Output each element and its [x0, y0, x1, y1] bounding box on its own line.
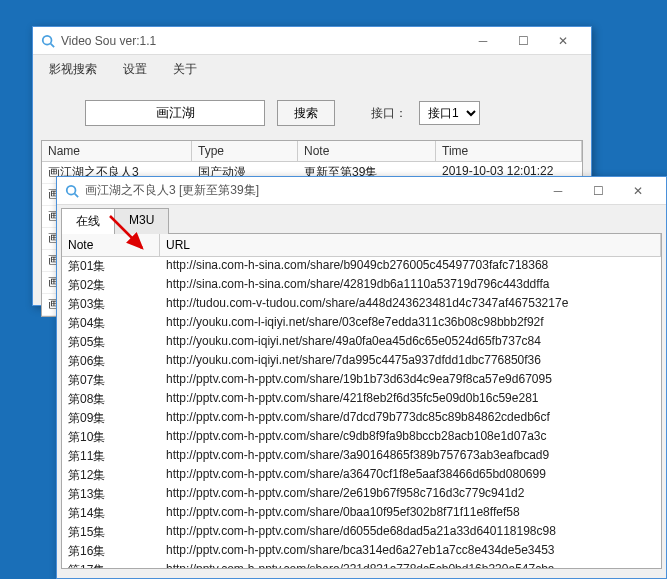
svg-line-1 — [51, 43, 55, 47]
list-item[interactable]: 第01集http://sina.com-h-sina.com/share/b90… — [62, 257, 661, 276]
list-item[interactable]: 第12集http://pptv.com-h-pptv.com/share/a36… — [62, 466, 661, 485]
cell-ep-url: http://pptv.com-h-pptv.com/share/19b1b73… — [160, 371, 661, 390]
col-note[interactable]: Note — [298, 141, 436, 161]
svg-line-4 — [75, 193, 79, 197]
interface-label: 接口： — [371, 105, 407, 122]
cell-ep-url: http://sina.com-h-sina.com/share/b9049cb… — [160, 257, 661, 276]
tab-m3u[interactable]: M3U — [114, 208, 169, 234]
episode-list[interactable]: Note URL 第01集http://sina.com-h-sina.com/… — [61, 233, 662, 569]
menu-settings[interactable]: 设置 — [111, 57, 159, 82]
main-titlebar[interactable]: Video Sou ver:1.1 ─ ☐ ✕ — [33, 27, 591, 55]
svg-point-3 — [67, 185, 76, 194]
maximize-button[interactable]: ☐ — [503, 28, 543, 54]
cell-ep-url: http://pptv.com-h-pptv.com/share/421f8eb… — [160, 390, 661, 409]
list-item[interactable]: 第09集http://pptv.com-h-pptv.com/share/d7d… — [62, 409, 661, 428]
col-name[interactable]: Name — [42, 141, 192, 161]
cell-ep-note: 第14集 — [62, 504, 160, 523]
close-button[interactable]: ✕ — [543, 28, 583, 54]
cell-ep-url: http://pptv.com-h-pptv.com/share/3a90164… — [160, 447, 661, 466]
col-ep-note[interactable]: Note — [62, 234, 160, 256]
cell-ep-note: 第09集 — [62, 409, 160, 428]
list-item[interactable]: 第10集http://pptv.com-h-pptv.com/share/c9d… — [62, 428, 661, 447]
cell-ep-url: http://sina.com-h-sina.com/share/42819db… — [160, 276, 661, 295]
cell-ep-note: 第10集 — [62, 428, 160, 447]
list-item[interactable]: 第15集http://pptv.com-h-pptv.com/share/d60… — [62, 523, 661, 542]
cell-ep-note: 第05集 — [62, 333, 160, 352]
menu-about[interactable]: 关于 — [161, 57, 209, 82]
tab-online[interactable]: 在线 — [61, 208, 115, 234]
svg-point-0 — [43, 35, 52, 44]
cell-ep-url: http://pptv.com-h-pptv.com/share/2e619b6… — [160, 485, 661, 504]
cell-ep-url: http://youku.com-iqiyi.net/share/49a0fa0… — [160, 333, 661, 352]
cell-ep-note: 第16集 — [62, 542, 160, 561]
list-item[interactable]: 第11集http://pptv.com-h-pptv.com/share/3a9… — [62, 447, 661, 466]
list-item[interactable]: 第05集http://youku.com-iqiyi.net/share/49a… — [62, 333, 661, 352]
cell-ep-note: 第06集 — [62, 352, 160, 371]
cell-ep-note: 第02集 — [62, 276, 160, 295]
list-item[interactable]: 第03集http://tudou.com-v-tudou.com/share/a… — [62, 295, 661, 314]
search-area: 搜索 接口： 接口1 — [33, 84, 591, 136]
cell-ep-url: http://pptv.com-h-pptv.com/share/231d831… — [160, 561, 661, 569]
search-button[interactable]: 搜索 — [277, 100, 335, 126]
cell-ep-url: http://youku.com-iqiyi.net/share/7da995c… — [160, 352, 661, 371]
list-item[interactable]: 第14集http://pptv.com-h-pptv.com/share/0ba… — [62, 504, 661, 523]
cell-ep-note: 第13集 — [62, 485, 160, 504]
cell-ep-url: http://pptv.com-h-pptv.com/share/0baa10f… — [160, 504, 661, 523]
col-ep-url[interactable]: URL — [160, 234, 661, 256]
cell-ep-note: 第07集 — [62, 371, 160, 390]
list-item[interactable]: 第07集http://pptv.com-h-pptv.com/share/19b… — [62, 371, 661, 390]
tabs: 在线 M3U — [57, 205, 666, 233]
app-icon — [41, 34, 55, 48]
child-title: 画江湖之不良人3 [更新至第39集] — [85, 182, 538, 199]
list-item[interactable]: 第16集http://pptv.com-h-pptv.com/share/bca… — [62, 542, 661, 561]
app-icon — [65, 184, 79, 198]
cell-ep-url: http://pptv.com-h-pptv.com/share/bca314e… — [160, 542, 661, 561]
cell-ep-url: http://pptv.com-h-pptv.com/share/c9db8f9… — [160, 428, 661, 447]
cell-ep-note: 第04集 — [62, 314, 160, 333]
cell-ep-note: 第08集 — [62, 390, 160, 409]
episode-window: 画江湖之不良人3 [更新至第39集] ─ ☐ ✕ 在线 M3U Note URL… — [56, 176, 667, 579]
cell-ep-url: http://youku.com-l-iqiyi.net/share/03cef… — [160, 314, 661, 333]
search-input[interactable] — [85, 100, 265, 126]
cell-ep-url: http://pptv.com-h-pptv.com/share/a36470c… — [160, 466, 661, 485]
episode-header: Note URL — [62, 234, 661, 257]
list-item[interactable]: 第02集http://sina.com-h-sina.com/share/428… — [62, 276, 661, 295]
child-maximize-button[interactable]: ☐ — [578, 178, 618, 204]
minimize-button[interactable]: ─ — [463, 28, 503, 54]
col-time[interactable]: Time — [436, 141, 582, 161]
grid-header: Name Type Note Time — [42, 141, 582, 162]
cell-ep-note: 第01集 — [62, 257, 160, 276]
list-item[interactable]: 第08集http://pptv.com-h-pptv.com/share/421… — [62, 390, 661, 409]
child-titlebar[interactable]: 画江湖之不良人3 [更新至第39集] ─ ☐ ✕ — [57, 177, 666, 205]
col-type[interactable]: Type — [192, 141, 298, 161]
cell-ep-note: 第11集 — [62, 447, 160, 466]
cell-ep-url: http://pptv.com-h-pptv.com/share/d6055de… — [160, 523, 661, 542]
menubar: 影视搜索 设置 关于 — [33, 55, 591, 84]
interface-select[interactable]: 接口1 — [419, 101, 480, 125]
list-item[interactable]: 第17集http://pptv.com-h-pptv.com/share/231… — [62, 561, 661, 569]
menu-search[interactable]: 影视搜索 — [37, 57, 109, 82]
cell-ep-url: http://tudou.com-v-tudou.com/share/a448d… — [160, 295, 661, 314]
list-item[interactable]: 第04集http://youku.com-l-iqiyi.net/share/0… — [62, 314, 661, 333]
main-title: Video Sou ver:1.1 — [61, 34, 463, 48]
cell-ep-note: 第12集 — [62, 466, 160, 485]
cell-ep-url: http://pptv.com-h-pptv.com/share/d7dcd79… — [160, 409, 661, 428]
list-item[interactable]: 第13集http://pptv.com-h-pptv.com/share/2e6… — [62, 485, 661, 504]
list-item[interactable]: 第06集http://youku.com-iqiyi.net/share/7da… — [62, 352, 661, 371]
cell-ep-note: 第15集 — [62, 523, 160, 542]
child-minimize-button[interactable]: ─ — [538, 178, 578, 204]
cell-ep-note: 第03集 — [62, 295, 160, 314]
child-close-button[interactable]: ✕ — [618, 178, 658, 204]
cell-ep-note: 第17集 — [62, 561, 160, 569]
